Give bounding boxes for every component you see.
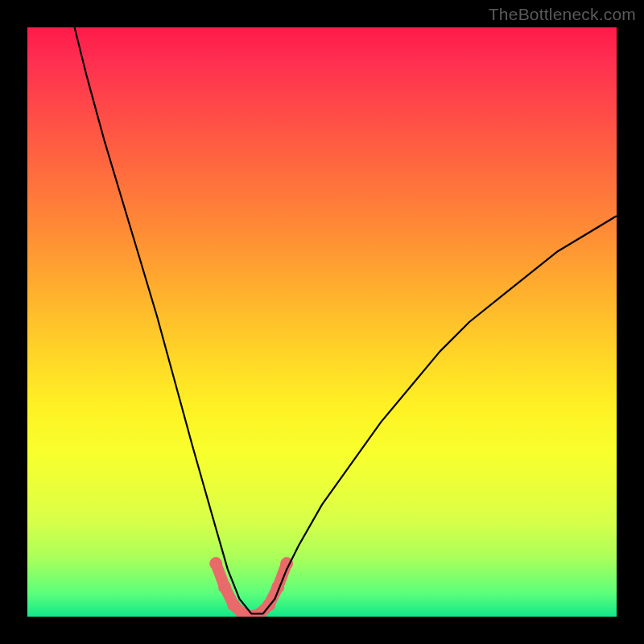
chart-frame: TheBottleneck.com (0, 0, 644, 644)
safe-zone-dot (218, 580, 231, 593)
watermark-label: TheBottleneck.com (489, 5, 636, 24)
safe-zone-dot (209, 557, 222, 570)
plot-area (27, 27, 617, 617)
chart-svg (27, 27, 617, 617)
bottleneck-curve (75, 27, 617, 613)
